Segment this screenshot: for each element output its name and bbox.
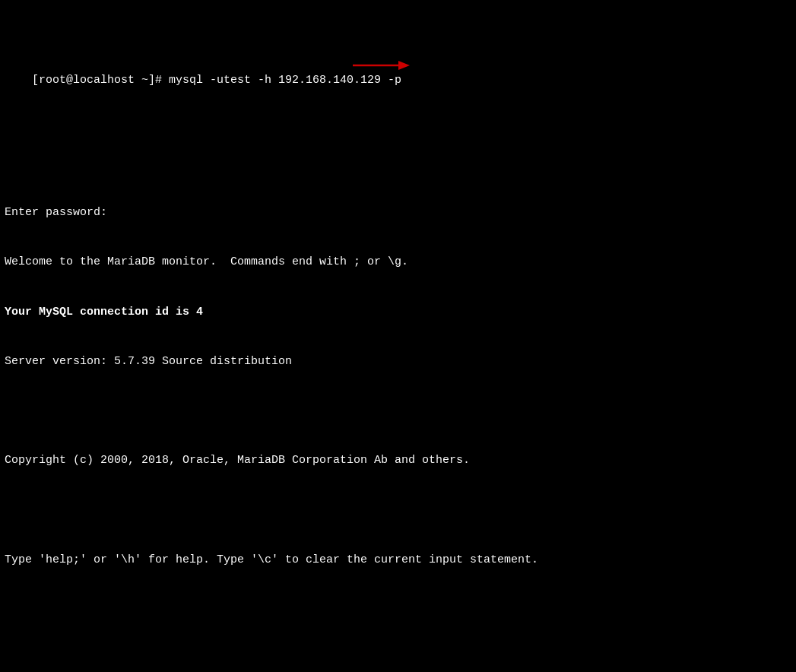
terminal-line-welcome: Welcome to the MariaDB monitor. Commands… [5, 254, 791, 271]
terminal-output: [root@localhost ~]# mysql -utest -h 192.… [5, 6, 791, 672]
terminal-line-enter: Enter password: [5, 204, 791, 221]
arrow-icon-1 [353, 57, 414, 74]
terminal-line-version: Server version: 5.7.39 Source distributi… [5, 353, 791, 370]
cmd1-text: [root@localhost ~]# mysql -utest -h 192.… [32, 74, 401, 87]
terminal-line-blank3 [5, 601, 791, 618]
terminal-line-cmd1: [root@localhost ~]# mysql -utest -h 192.… [5, 55, 791, 138]
terminal-line-copyright: Copyright (c) 2000, 2018, Oracle, MariaD… [5, 452, 791, 469]
terminal-line-help: Type 'help;' or '\h' for help. Type '\c'… [5, 552, 791, 569]
terminal-line-connid: Your MySQL connection id is 4 [5, 304, 791, 321]
terminal-line-blank2 [5, 502, 791, 519]
terminal-line-blank1 [5, 403, 791, 420]
svg-marker-1 [398, 61, 410, 70]
